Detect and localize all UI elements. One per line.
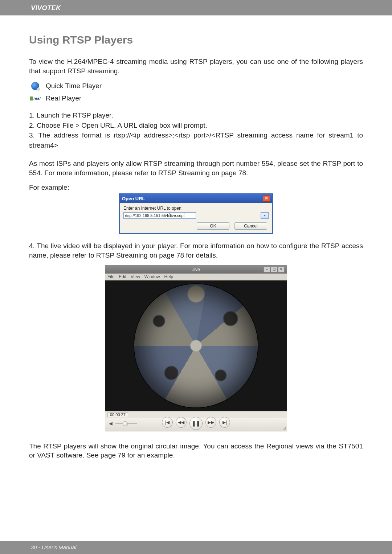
- dialog-body: Enter an Internet URL to open: rtsp://19…: [120, 203, 272, 233]
- player-label-real: Real Player: [46, 94, 81, 103]
- dialog-url-label: Enter an Internet URL to open:: [123, 206, 269, 211]
- fisheye-video-image: [134, 284, 258, 407]
- dialog-titlebar: Open URL ✕: [120, 194, 272, 203]
- player-minimize-button[interactable]: –: [264, 267, 270, 272]
- step-one: 1. Launch the RTSP player.: [29, 110, 363, 120]
- player-maximize-button[interactable]: ▢: [271, 267, 277, 272]
- prev-track-button[interactable]: |◀: [162, 417, 173, 428]
- dialog-ok-button[interactable]: OK: [197, 222, 229, 230]
- transport-controls: |◀ ◀◀ ❚❚ ▶▶ ▶|: [105, 417, 287, 430]
- player-row-real: real Real Player: [29, 93, 363, 104]
- header-bar: VIVOTEK: [0, 0, 392, 16]
- dialog-cancel-button[interactable]: Cancel: [234, 222, 267, 230]
- dialog-url-row: rtsp://192.168.5.151:554/live.sdp ▾: [123, 212, 269, 219]
- player-controls: ◀) |◀ ◀◀ ❚❚ ▶▶ ▶|: [105, 418, 287, 431]
- player-menubar: File Edit View Window Help: [105, 274, 287, 280]
- menu-view[interactable]: View: [131, 274, 140, 279]
- dialog-title: Open URL: [122, 196, 145, 201]
- dialog-close-button[interactable]: ✕: [263, 195, 270, 202]
- step-two: 2. Choose File > Open URL. A URL dialog …: [29, 120, 363, 131]
- player-row-quicktime: Quick Time Player: [29, 81, 363, 91]
- for-example-label: For example:: [29, 183, 363, 192]
- footer-bar: 30 - User's Manual: [0, 541, 392, 554]
- intro-paragraph: To view the H.264/MPEG-4 streaming media…: [29, 57, 363, 75]
- rewind-button[interactable]: ◀◀: [176, 417, 187, 428]
- step-four: 4. The live video will be displayed in y…: [29, 241, 363, 260]
- note-paragraph: As most ISPs and players only allow RTSP…: [29, 159, 363, 177]
- steps-block: 1. Launch the RTSP player. 2. Choose Fil…: [29, 110, 363, 150]
- menu-help[interactable]: Help: [164, 274, 173, 279]
- menu-window[interactable]: Window: [144, 274, 160, 279]
- next-track-button[interactable]: ▶|: [219, 417, 230, 428]
- menu-file[interactable]: File: [107, 274, 114, 279]
- player-time-display: 00:00:27: [107, 412, 128, 417]
- realplayer-icon: real: [29, 93, 41, 104]
- section-title: Using RTSP Players: [29, 34, 363, 46]
- player-list: Quick Time Player real Real Player: [29, 81, 363, 104]
- closing-paragraph: The RTSP players will show the original …: [29, 442, 363, 460]
- page: VIVOTEK Using RTSP Players To view the H…: [0, 0, 392, 554]
- play-pause-button[interactable]: ❚❚: [189, 417, 203, 430]
- dialog-button-row: OK Cancel: [123, 222, 269, 230]
- resize-grip-icon[interactable]: [282, 426, 286, 430]
- quicktime-icon: [29, 81, 41, 91]
- open-url-dialog-wrap: Open URL ✕ Enter an Internet URL to open…: [29, 193, 363, 234]
- open-url-dialog: Open URL ✕ Enter an Internet URL to open…: [119, 193, 273, 234]
- player-close-button[interactable]: ✕: [278, 267, 285, 272]
- dialog-url-dropdown-button[interactable]: ▾: [261, 212, 269, 219]
- menu-edit[interactable]: Edit: [119, 274, 126, 279]
- player-titlebar: .live – ▢ ✕: [105, 266, 287, 274]
- step-three: 3. The address format is rtsp://<ip addr…: [29, 130, 363, 150]
- player-window: .live – ▢ ✕ File Edit View Window Help: [105, 265, 287, 431]
- footer-text: 30 - User's Manual: [31, 544, 76, 550]
- player-window-title: .live: [105, 267, 287, 272]
- content-area: Using RTSP Players To view the H.264/MPE…: [0, 16, 392, 480]
- player-video-area: [105, 280, 287, 411]
- forward-button[interactable]: ▶▶: [205, 417, 216, 428]
- player-label-quicktime: Quick Time Player: [46, 81, 102, 91]
- dialog-url-input[interactable]: rtsp://192.168.5.151:554/live.sdp: [123, 212, 196, 219]
- player-window-wrap: .live – ▢ ✕ File Edit View Window Help: [29, 265, 363, 431]
- brand-label: VIVOTEK: [31, 4, 61, 12]
